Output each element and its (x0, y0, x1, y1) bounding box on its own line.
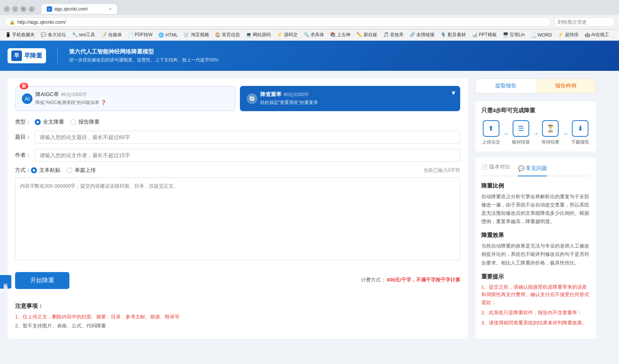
step-2-label: 核对结算 (512, 139, 530, 145)
notes-item-2: 2、暂不支持图片、表格、公式、代码降重 (15, 323, 460, 329)
bookmark-seo工具[interactable]: 🔧 seo工具 (71, 31, 97, 39)
step-arrow-2: → (533, 130, 539, 145)
report-tabs: 提取报告 报告样例 (475, 78, 596, 93)
home-button[interactable]: ⌂ (29, 6, 35, 12)
bookmark-taobao[interactable]: 🛒 淘宝视频 (182, 31, 210, 39)
header-divider (57, 48, 58, 63)
step-4-icon: ⬇ (572, 120, 588, 137)
method-upload[interactable]: 单篇上传 (66, 167, 96, 174)
bookmarks-bar: 📱 手机收藏夹 💬 各大论坛 🔧 seo工具 📝 自媒体 📄 PDF转W 🌐 H… (0, 29, 619, 41)
chongfu-name: 降查重率 (260, 91, 281, 98)
author-input[interactable] (35, 149, 460, 162)
title-row: 题目： (15, 131, 460, 144)
method-upload-radio[interactable] (66, 167, 72, 173)
type-row: 类型： 全文降重 报告降重 (15, 119, 460, 125)
browser-controls[interactable]: ‹ › ↻ ⌂ (4, 6, 35, 12)
bookmark-seek[interactable]: 🔍 求具体 (302, 31, 326, 39)
bookmark-media[interactable]: ✏️ 新自媒 (355, 31, 378, 39)
method-paste[interactable]: 文本粘贴 (31, 167, 60, 174)
bookmark-ppt[interactable]: 📊 PPT模板 (470, 31, 498, 39)
author-row: 作者： (15, 149, 460, 162)
type-baogao[interactable]: 报告降重 (70, 119, 100, 125)
bookmark-fast[interactable]: ⚡ 超快排 (556, 31, 580, 39)
method-paste-radio[interactable] (31, 167, 37, 173)
bookmark-audio[interactable]: 🎵 音效库 (382, 31, 405, 39)
faq-effect-text: 当然自动降重的效果是无法与专业的老师人工修改相提并论的，系统也不能评判修改后的句… (481, 242, 590, 267)
fee-value: ¥00元/千字，不满千字按千字计算 (387, 277, 460, 283)
customer-service[interactable]: 联系客服 (0, 275, 11, 289)
service-tabs: 新 AI 降AIGC率 ¥0元/1000字 降低"AIGC检测系统"的AI疑似率… (15, 86, 460, 111)
author-label: 作者： (15, 152, 31, 159)
method-row: 方式： 文本粘贴 单篇上传 当前已输入0字符 (15, 167, 460, 174)
faq-section-ratio: 降重比例 自动降重语义分析引擎会将解析出的重复句子全部修改一遍，由于系统不会自动… (481, 182, 590, 226)
chongfu-price: ¥0元/1000字 (284, 92, 309, 98)
aigc-tab[interactable]: 新 AI 降AIGC率 ¥0元/1000字 降低"AIGC检测系统"的AI疑似率… (15, 86, 235, 111)
header-tagline: 第六代人工智能神经网络降重模型 进一步优化修改后的语句通顺度、连贯性、上下文结构… (69, 48, 218, 63)
logo-area: 早 早降重 (8, 48, 46, 63)
aigc-desc: 降低"AIGC检测系统"的AI疑似率 ❓ (35, 99, 106, 106)
char-count: 当前已输入0字符 (423, 167, 460, 174)
faq-ratio-title: 降重比例 (481, 182, 590, 190)
faq-tab-version-label: 版本对比 (489, 164, 510, 170)
forward-button[interactable]: › (12, 6, 18, 12)
browser-tab[interactable]: A aigc.qkcnki.com/ × (41, 4, 117, 14)
site-wrapper: 早 早降重 第六代人工智能神经网络降重模型 进一步优化修改后的语句通顺度、连贯性… (0, 41, 619, 363)
faq-tab-version[interactable]: 📄 版本对比 (481, 164, 510, 173)
step-4-label: 下载报告 (571, 139, 589, 145)
step-3-label: 等待结果 (541, 139, 559, 145)
bookmark-source[interactable]: 💻 网站源码 (244, 31, 272, 39)
type-baogao-radio[interactable] (70, 119, 76, 125)
bookmark-source2[interactable]: ⚡ 源码交 (275, 31, 299, 39)
extract-report-tab[interactable]: 提取报告 (476, 79, 536, 93)
bookmark-手机收藏夹[interactable]: 📱 手机收藏夹 (4, 31, 36, 39)
aigc-price: ¥0元/1000字 (61, 92, 86, 98)
bookmark-homepage[interactable]: 🏠 首页信息 (214, 31, 241, 39)
bookmark-pdf[interactable]: 📄 PDF转W (126, 31, 154, 39)
notes-section: 注意事项： 1、仅上传正文，删除内容中的封面、摘要、目录、参考文献、致谢、附录等… (15, 297, 460, 329)
bookmark-word[interactable]: 📃 WORD (529, 32, 553, 38)
address-input[interactable]: 🔒 http://aigc.qkcnki.com/ (5, 17, 551, 27)
faq-tab-common[interactable]: 💬 常见问题 (518, 164, 547, 176)
type-quanwen[interactable]: 全文降重 (35, 119, 64, 125)
back-button[interactable]: ‹ (4, 6, 10, 12)
start-button[interactable]: 开始降重 (15, 272, 69, 289)
search-input[interactable] (554, 17, 614, 27)
steps-row: ⬆ 上传论文 → ☰ 核对结算 → ⏳ 等待结果 → ⬇ (481, 120, 590, 145)
faq-tabs: 📄 版本对比 💬 常见问题 (481, 164, 590, 176)
step-2-icon: ☰ (513, 120, 529, 137)
refresh-button[interactable]: ↻ (20, 6, 26, 12)
lock-icon: 🔒 (9, 20, 15, 25)
method-options: 文本粘贴 单篇上传 当前已输入0字符 (31, 167, 460, 174)
tab-close-button[interactable]: × (109, 6, 112, 12)
bookmark-ancient[interactable]: 📚 上古神 (329, 31, 352, 39)
bookmark-各大论坛[interactable]: 💬 各大论坛 (39, 31, 67, 39)
step-1: ⬆ 上传论文 (482, 120, 500, 145)
faq-box: 📄 版本对比 💬 常见问题 降重比例 自动降重语义分析引擎会将解析出的重复句子全… (475, 158, 596, 339)
tab-bar: A aigc.qkcnki.com/ × (38, 4, 615, 14)
chongfu-tab[interactable]: ▼ 🔄 降查重率 ¥0元/1000字 轻松搞定"查重系统"的重复率 (240, 86, 460, 111)
type-label: 类型： (15, 119, 31, 125)
steps-title: 只需4步即可完成降重 (481, 107, 590, 114)
type-quanwen-radio[interactable] (35, 119, 41, 125)
bookmark-links[interactable]: 🔗 友情链接 (408, 31, 436, 39)
bookmark-ai[interactable]: 🤖 AI在线工 (583, 31, 611, 39)
url-text: http://aigc.qkcnki.com/ (17, 19, 66, 25)
logo-box: 早 早降重 (8, 48, 46, 63)
tab-favicon: A (47, 6, 52, 12)
main-panel: 新 AI 降AIGC率 ¥0元/1000字 降低"AIGC检测系统"的AI疑似率… (8, 78, 468, 339)
tab-corner-arrow-icon: ▼ (450, 90, 456, 96)
faq-tab-common-label: 常见问题 (526, 165, 547, 172)
bookmark-自媒体[interactable]: 📝 自媒体 (100, 31, 123, 39)
bookmark-bt[interactable]: 🖥️ 宝塔Lin (501, 31, 526, 39)
faq-section-effect: 降重效果 当然自动降重的效果是无法与专业的老师人工修改相提并论的，系统也不能评判… (481, 232, 590, 267)
title-input[interactable] (35, 131, 460, 144)
faq-section-important: 重要提示 1、提交之前，请确认能接受机器降重带来的误差和局限性再支付费用，确认支… (481, 273, 590, 327)
report-sample-tab[interactable]: 报告样例 (536, 79, 596, 93)
steps-box: 只需4步即可完成降重 ⬆ 上传论文 → ☰ 核对结算 → ⏳ 等待结果 (475, 101, 596, 151)
content-textarea[interactable] (15, 177, 460, 260)
bookmark-dubbing[interactable]: 🎙️ 配音素材 (439, 31, 467, 39)
step-4: ⬇ 下载报告 (571, 120, 589, 145)
faq-note-1: 1、提交之前，请确认能接受机器降重带来的误差和局限性再支付费用，确认支付后不接受… (481, 283, 590, 307)
right-panel: 提取报告 报告样例 只需4步即可完成降重 ⬆ 上传论文 → ☰ 核对结算 → (475, 78, 596, 339)
bookmark-html[interactable]: 🌐 HTML (157, 32, 179, 38)
